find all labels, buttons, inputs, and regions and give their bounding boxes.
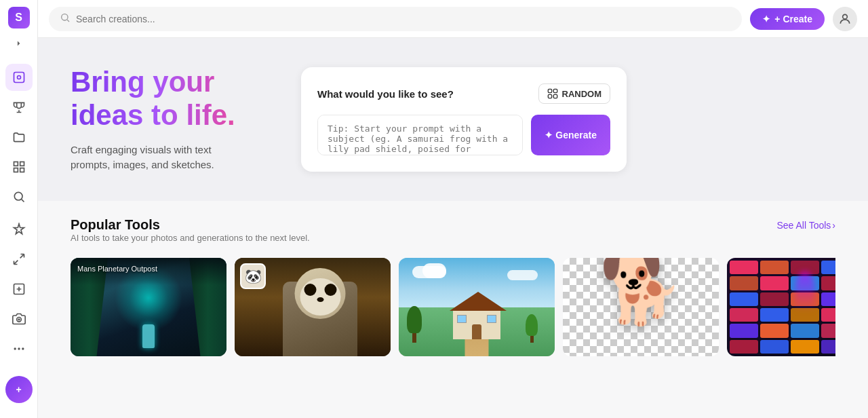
svg-point-13 bbox=[843, 14, 848, 19]
prompt-header: What would you like to see? RANDOM bbox=[317, 83, 610, 104]
add-user-button[interactable]: + bbox=[5, 376, 33, 403]
tool-card-mars[interactable]: Mans Planetary Outpost bbox=[71, 258, 226, 356]
generate-button[interactable]: ✦ Generate bbox=[531, 115, 610, 155]
search-icon bbox=[60, 12, 71, 26]
see-all-link[interactable]: See All Tools › bbox=[776, 220, 835, 231]
search-bar[interactable] bbox=[49, 7, 742, 31]
tools-header: Popular Tools AI tools to take your phot… bbox=[71, 217, 835, 254]
sidebar: S + bbox=[0, 0, 38, 418]
sidebar-item-camera-add[interactable] bbox=[5, 305, 33, 332]
hero-headline: Bring your ideas to life. bbox=[71, 66, 247, 132]
prompt-input[interactable] bbox=[317, 115, 523, 155]
svg-point-6 bbox=[14, 192, 22, 200]
svg-rect-16 bbox=[548, 94, 551, 98]
tool-card-abstract[interactable] bbox=[727, 258, 835, 356]
svg-rect-5 bbox=[20, 168, 24, 172]
prompt-card: What would you like to see? RANDOM ✦ Gen… bbox=[301, 67, 627, 172]
hero-section: Bring your ideas to life. Craft engaging… bbox=[38, 38, 868, 201]
sidebar-item-folder[interactable] bbox=[5, 124, 33, 151]
sidebar-item-grid[interactable] bbox=[5, 153, 33, 180]
search-input[interactable] bbox=[76, 14, 731, 24]
random-button[interactable]: RANDOM bbox=[538, 83, 611, 104]
tools-grid: Mans Planetary Outpost 🐼 bbox=[71, 258, 835, 356]
svg-rect-4 bbox=[14, 168, 18, 172]
header: ✦ + Create bbox=[38, 0, 868, 38]
sidebar-item-magic[interactable] bbox=[5, 216, 33, 243]
tool-card-panda[interactable]: 🐼 bbox=[235, 258, 391, 356]
svg-rect-17 bbox=[553, 94, 557, 98]
hero-subtext: Craft engaging visuals with text prompts… bbox=[71, 142, 247, 173]
svg-point-10 bbox=[18, 347, 20, 349]
user-avatar[interactable] bbox=[833, 7, 857, 31]
create-icon: ✦ bbox=[762, 14, 770, 24]
tools-title: Popular Tools bbox=[71, 217, 310, 233]
app-logo[interactable]: S bbox=[8, 7, 30, 28]
sidebar-item-search[interactable] bbox=[5, 183, 33, 210]
sidebar-item-expand[interactable] bbox=[5, 246, 33, 273]
sidebar-item-more[interactable] bbox=[5, 335, 33, 362]
sidebar-item-home[interactable] bbox=[5, 64, 33, 91]
tools-section: Popular Tools AI tools to take your phot… bbox=[38, 201, 868, 373]
tool-card-farm[interactable] bbox=[399, 258, 555, 356]
card-mars-label: Mans Planetary Outpost bbox=[77, 265, 157, 273]
svg-rect-0 bbox=[14, 73, 24, 83]
sidebar-item-trophy[interactable] bbox=[5, 94, 33, 121]
sidebar-expand-button[interactable] bbox=[9, 34, 28, 53]
chevron-right-icon: › bbox=[832, 220, 835, 231]
create-button[interactable]: ✦ + Create bbox=[750, 8, 825, 30]
main-content: ✦ + Create Bring your ideas to life. Cra… bbox=[38, 0, 868, 418]
svg-point-12 bbox=[62, 14, 68, 20]
prompt-card-title: What would you like to see? bbox=[317, 88, 454, 100]
svg-rect-15 bbox=[553, 89, 557, 92]
prompt-input-row: ✦ Generate bbox=[317, 115, 610, 155]
svg-rect-3 bbox=[20, 162, 24, 166]
sidebar-item-edit[interactable] bbox=[5, 276, 33, 303]
tool-card-dog[interactable]: 🐕 bbox=[563, 258, 719, 356]
tools-subtitle: AI tools to take your photos and generat… bbox=[71, 233, 310, 243]
svg-point-11 bbox=[22, 347, 24, 349]
hero-text: Bring your ideas to life. Craft engaging… bbox=[71, 66, 247, 173]
tools-title-group: Popular Tools AI tools to take your phot… bbox=[71, 217, 310, 254]
svg-rect-2 bbox=[14, 162, 18, 166]
content-area: Bring your ideas to life. Craft engaging… bbox=[38, 38, 868, 418]
svg-point-9 bbox=[14, 347, 16, 349]
svg-point-1 bbox=[17, 76, 20, 79]
svg-rect-14 bbox=[548, 89, 551, 92]
